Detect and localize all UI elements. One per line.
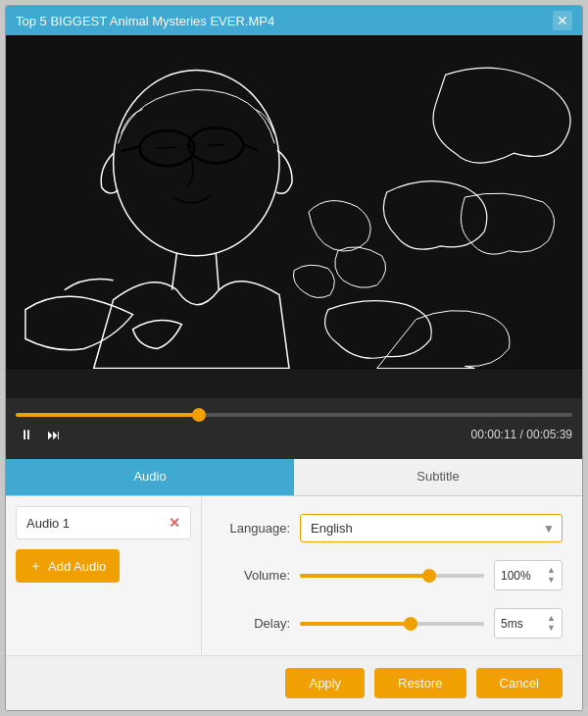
titlebar: Top 5 BIGGEST Animal Mysteries EVER.MP4 …: [6, 6, 582, 35]
tab-subtitle[interactable]: Subtitle: [294, 459, 582, 495]
svg-rect-0: [6, 36, 582, 369]
delay-fill: [300, 622, 411, 626]
language-label: Language:: [221, 521, 290, 536]
svg-line-8: [208, 144, 225, 145]
video-area: [6, 35, 582, 398]
progress-track[interactable]: [16, 413, 572, 417]
volume-input[interactable]: [501, 569, 540, 583]
audio-list-panel: Audio 1 ✕ ＋ Add Audio: [6, 496, 202, 655]
delay-slider-wrapper: [300, 614, 484, 634]
current-time: 00:00:11: [471, 428, 517, 441]
cancel-button[interactable]: Cancel: [476, 668, 563, 698]
progress-thumb[interactable]: [192, 408, 206, 422]
delay-row: Delay: ▲ ▼: [221, 608, 563, 639]
delay-down-arrow[interactable]: ▼: [547, 624, 556, 633]
audio-item: Audio 1 ✕: [16, 506, 191, 539]
volume-slider-wrapper: [300, 566, 484, 586]
volume-thumb[interactable]: [422, 569, 436, 583]
language-select-wrapper: English French Spanish German Chinese Ja…: [300, 514, 563, 542]
main-window: Top 5 BIGGEST Animal Mysteries EVER.MP4 …: [5, 5, 583, 711]
plus-icon: ＋: [29, 557, 42, 575]
next-button[interactable]: ⏭: [43, 425, 65, 444]
delay-thumb[interactable]: [404, 617, 417, 631]
delay-up-arrow[interactable]: ▲: [547, 614, 556, 623]
svg-line-7: [157, 147, 176, 148]
tabs-row: Audio Subtitle: [6, 459, 582, 496]
progress-fill: [16, 413, 199, 417]
delay-label: Delay:: [221, 616, 290, 631]
tab-audio[interactable]: Audio: [6, 459, 294, 495]
remove-audio-button[interactable]: ✕: [169, 515, 180, 531]
audio-item-name: Audio 1: [26, 516, 70, 531]
volume-spinner: ▲ ▼: [494, 560, 563, 590]
buttons-row: ⏸ ⏭ 00:00:11 / 00:05:39: [16, 425, 572, 444]
volume-fill-right: [429, 574, 484, 578]
video-frame: [6, 35, 582, 369]
settings-panel: Language: English French Spanish German …: [202, 496, 582, 655]
volume-label: Volume:: [221, 568, 290, 583]
volume-fill: [300, 574, 429, 578]
delay-track[interactable]: [300, 622, 484, 626]
svg-line-4: [188, 145, 194, 146]
restore-button[interactable]: Restore: [374, 668, 466, 698]
volume-row: Volume: ▲ ▼: [221, 560, 563, 590]
video-canvas: [6, 35, 582, 369]
content-area: Audio 1 ✕ ＋ Add Audio Language: English …: [6, 496, 582, 655]
volume-down-arrow[interactable]: ▼: [547, 576, 556, 585]
add-audio-button[interactable]: ＋ Add Audio: [16, 549, 120, 583]
delay-spinner: ▲ ▼: [494, 608, 563, 639]
apply-button[interactable]: Apply: [285, 668, 365, 698]
delay-fill-right: [411, 622, 484, 626]
play-pause-button[interactable]: ⏸: [16, 425, 37, 444]
time-display: 00:00:11 / 00:05:39: [471, 428, 572, 441]
language-select[interactable]: English French Spanish German Chinese Ja…: [300, 514, 563, 542]
delay-input[interactable]: [501, 617, 540, 631]
controls-bar: ⏸ ⏭ 00:00:11 / 00:05:39: [6, 398, 582, 459]
volume-up-arrow[interactable]: ▲: [547, 566, 556, 575]
bottom-bar: Apply Restore Cancel: [6, 655, 582, 710]
volume-track[interactable]: [300, 574, 484, 578]
window-title: Top 5 BIGGEST Animal Mysteries EVER.MP4: [16, 14, 553, 28]
language-row: Language: English French Spanish German …: [221, 514, 563, 542]
total-time: 00:05:39: [526, 428, 572, 441]
close-button[interactable]: ✕: [553, 11, 572, 30]
progress-row: [16, 413, 572, 417]
